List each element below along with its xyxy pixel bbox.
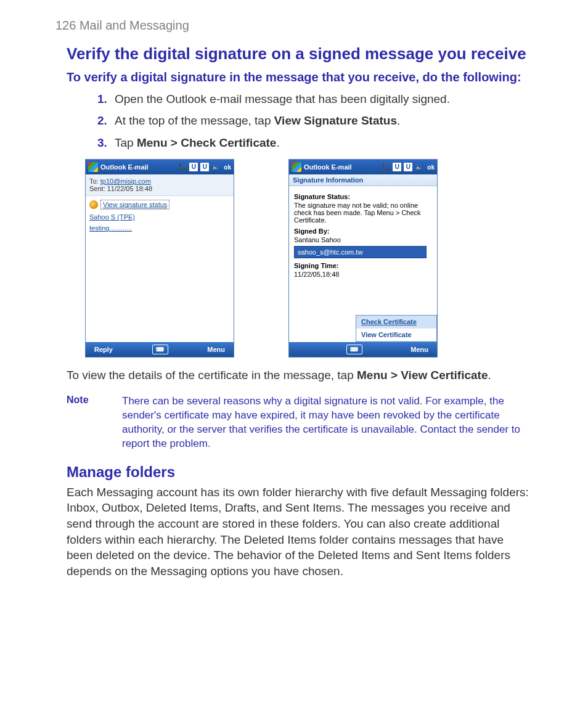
- body-pre: To view the details of the certificate i…: [67, 369, 357, 382]
- signing-time-label: Signing Time:: [294, 262, 432, 269]
- body-paragraph: To view the details of the certificate i…: [67, 367, 533, 383]
- context-menu: Check Certificate View Certificate: [356, 315, 437, 342]
- step-item: 3.Tap Menu > Check Certificate.: [97, 135, 533, 151]
- menu-item-view-certificate[interactable]: View Certificate: [356, 329, 436, 341]
- softkey-reply[interactable]: Reply: [94, 346, 113, 353]
- note-label: Note: [67, 394, 97, 451]
- heading-sub: To verify a digital signature in the mes…: [67, 69, 533, 85]
- step-text: Tap: [115, 136, 137, 149]
- softkey-bar: Reply ⌨ Menu: [86, 342, 234, 357]
- to-label: To:: [89, 178, 99, 185]
- titlebar: Outlook E-mail 📞 U U 🔈 ok: [289, 160, 437, 174]
- signer-email-field[interactable]: sahoo_s@htc.com.tw: [294, 246, 427, 258]
- titlebar: Outlook E-mail 📞 U U 🔈 ok: [86, 160, 234, 174]
- ok-button[interactable]: ok: [224, 164, 231, 171]
- softkey-menu[interactable]: Menu: [207, 346, 225, 353]
- to-value[interactable]: tp10@misip.com: [100, 178, 151, 185]
- step-bold: View Signature Status: [274, 114, 397, 127]
- status-label: Signature Status:: [294, 193, 432, 200]
- connection-u-icon: U: [393, 163, 401, 171]
- softkey-menu[interactable]: Menu: [410, 346, 428, 353]
- body-post: .: [488, 369, 491, 382]
- view-signature-link[interactable]: View signature status: [100, 200, 169, 210]
- windows-flag-icon: [88, 162, 98, 172]
- sent-label: Sent:: [89, 185, 105, 192]
- screenshot-message-view: Outlook E-mail 📞 U U 🔈 ok To: tp10@misip…: [85, 159, 234, 357]
- step-bold: Menu > Check Certificate: [137, 136, 277, 149]
- heading-main: Verify the digital signature on a signed…: [67, 44, 533, 64]
- document-page: 126 Mail and Messaging Verify the digita…: [0, 0, 588, 723]
- body-bold: Menu > View Certificate: [357, 369, 488, 382]
- certificate-icon: [89, 200, 98, 209]
- section-body: Each Messaging account has its own folde…: [67, 484, 533, 579]
- sent-value: 11/22/05 18:48: [107, 185, 152, 192]
- message-header: To: tp10@misip.com Sent: 11/22/05 18:48: [86, 174, 234, 196]
- keyboard-icon[interactable]: ⌨: [152, 345, 168, 354]
- heading-manage-folders: Manage folders: [67, 464, 533, 481]
- signedby-value: Santanu Sahoo: [294, 236, 432, 243]
- signature-link-row: View signature status: [89, 200, 230, 210]
- page-header: 126 Mail and Messaging: [55, 18, 533, 33]
- speaker-icon: 🔈: [415, 163, 423, 171]
- subheader-signature-info: Signature Information: [289, 174, 437, 186]
- signing-time-value: 11/22/05,18:48: [294, 271, 432, 278]
- signature-body: Signature Status: The signature may not …: [289, 186, 437, 342]
- message-body: View signature status Sahoo S (TPE) test…: [86, 196, 234, 342]
- step-number: 2.: [97, 113, 115, 129]
- step-text-post: .: [397, 114, 400, 127]
- step-text: Open the Outlook e-mail message that has…: [115, 92, 450, 105]
- step-number: 1.: [97, 91, 115, 107]
- titlebar-title: Outlook E-mail: [100, 163, 176, 171]
- status-value: The signature may not be valid; no onlin…: [294, 202, 432, 224]
- step-text: At the top of the message, tap: [115, 114, 274, 127]
- step-item: 2.At the top of the message, tap View Si…: [97, 113, 533, 129]
- speaker-icon: 🔈: [211, 163, 220, 171]
- step-list: 1.Open the Outlook e-mail message that h…: [97, 91, 533, 151]
- keyboard-icon[interactable]: ⌨: [346, 345, 362, 354]
- note-block: Note There can be several reasons why a …: [67, 394, 533, 451]
- screenshot-signature-info: Outlook E-mail 📞 U U 🔈 ok Signature Info…: [288, 159, 438, 357]
- to-row: To: tp10@misip.com: [89, 178, 230, 185]
- step-number: 3.: [97, 135, 115, 151]
- connection-u2-icon: U: [200, 163, 209, 171]
- signedby-label: Signed By:: [294, 227, 432, 235]
- ok-button[interactable]: ok: [427, 164, 435, 171]
- phone-icon: 📞: [382, 163, 390, 171]
- connection-u-icon: U: [189, 163, 198, 171]
- screenshot-row: Outlook E-mail 📞 U U 🔈 ok To: tp10@misip…: [85, 159, 533, 357]
- titlebar-title: Outlook E-mail: [304, 163, 379, 171]
- step-text-post: .: [276, 136, 279, 149]
- phone-icon: 📞: [178, 163, 187, 171]
- step-item: 1.Open the Outlook e-mail message that h…: [97, 91, 533, 107]
- from-link[interactable]: Sahoo S (TPE): [89, 213, 230, 221]
- subject-line: testing............: [89, 224, 230, 232]
- softkey-bar: ⌨ Menu: [289, 342, 437, 357]
- note-text: There can be several reasons why a digit…: [122, 394, 533, 451]
- connection-u2-icon: U: [404, 163, 412, 171]
- sent-row: Sent: 11/22/05 18:48: [89, 185, 230, 192]
- menu-item-check-certificate[interactable]: Check Certificate: [356, 316, 436, 329]
- windows-flag-icon: [292, 162, 301, 172]
